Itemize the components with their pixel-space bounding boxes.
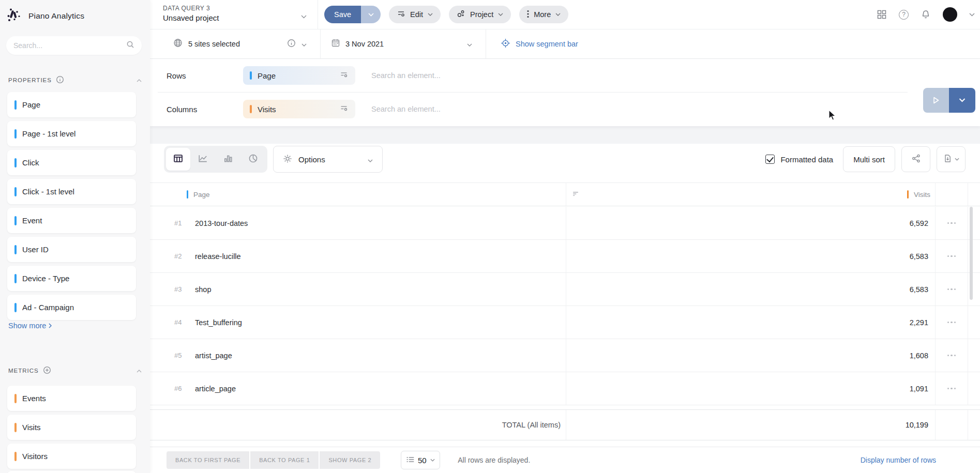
more-button[interactable]: More	[519, 6, 568, 23]
share-icon	[912, 154, 921, 165]
rows-dimension-chip[interactable]: Page	[243, 66, 355, 85]
line-chart-view-tab[interactable]	[191, 148, 216, 171]
sidebar-metric-item[interactable]: Events	[7, 386, 136, 411]
apps-grid-icon[interactable]	[877, 9, 887, 20]
site-selector[interactable]: 5 sites selected	[150, 29, 321, 58]
metrics-section-header: METRICS	[0, 366, 150, 375]
pie-chart-icon	[248, 154, 258, 165]
query-switch-chevron-icon[interactable]	[301, 11, 307, 21]
sort-descending-icon[interactable]	[573, 190, 579, 199]
sidebar-property-item[interactable]: User ID	[7, 237, 136, 262]
row-menu-button[interactable]	[945, 252, 958, 261]
property-color-bar	[14, 216, 17, 225]
sidebar-property-item[interactable]: Page - 1st level	[7, 121, 136, 146]
chip-settings-icon[interactable]	[340, 104, 349, 115]
row-rank: #2	[174, 252, 189, 260]
sidebar-property-item[interactable]: Event	[7, 208, 136, 233]
edit-button[interactable]: Edit	[389, 6, 441, 23]
row-menu-button[interactable]	[945, 219, 958, 227]
account-chevron-icon[interactable]	[969, 13, 975, 17]
row-menu-button[interactable]	[945, 352, 958, 360]
date-selector[interactable]: 3 Nov 2021	[321, 29, 486, 58]
columns-element-search-input[interactable]	[371, 105, 589, 113]
row-page-value: shop	[195, 285, 211, 294]
sidebar-property-item[interactable]: Device - Type	[7, 266, 136, 291]
info-icon[interactable]	[56, 75, 64, 85]
table-row[interactable]: #6 article_page 1,091	[150, 372, 980, 405]
table-row[interactable]: #3 shop 6,583	[150, 273, 980, 306]
chip-settings-icon[interactable]	[340, 70, 349, 81]
page-column-header[interactable]: Page	[193, 191, 210, 199]
sidebar-property-item[interactable]: Click - 1st level	[7, 179, 136, 204]
row-menu-button[interactable]	[945, 318, 958, 327]
columns-metric-chip[interactable]: Visits	[243, 100, 355, 118]
sites-info-icon[interactable]	[287, 39, 296, 50]
options-button[interactable]: Options	[273, 146, 383, 173]
query-title-block[interactable]: DATA QUERY 3 Unsaved project	[150, 0, 318, 29]
sidebar-metric-item[interactable]: Visits	[7, 415, 136, 440]
segment-bar-toggle[interactable]: Show segment bar	[486, 29, 578, 58]
back-to-first-page-button[interactable]: BACK TO FIRST PAGE	[167, 451, 249, 469]
rows-per-page-select[interactable]: 50	[401, 451, 440, 469]
formatted-data-checkbox[interactable]	[765, 155, 775, 164]
date-label: 3 Nov 2021	[345, 40, 384, 48]
collapse-properties-icon[interactable]	[137, 77, 142, 83]
user-avatar[interactable]	[943, 7, 957, 22]
save-split-button[interactable]: Save	[324, 6, 381, 23]
back-to-page-1-button[interactable]: BACK TO PAGE 1	[250, 451, 319, 469]
show-page-2-button[interactable]: SHOW PAGE 2	[320, 451, 380, 469]
display-number-of-rows-link[interactable]: Display number of rows	[861, 456, 936, 464]
add-metric-icon[interactable]	[43, 366, 51, 375]
collapse-metrics-icon[interactable]	[137, 368, 142, 374]
table-row[interactable]: #1 2013-tour-dates 6,592	[150, 207, 980, 240]
export-button[interactable]	[937, 146, 966, 172]
property-label: Page	[22, 100, 40, 109]
metric-label: Events	[22, 394, 46, 403]
total-label: TOTAL (All items)	[150, 410, 566, 440]
metrics-title: METRICS	[8, 368, 39, 374]
rows-element-search-input[interactable]	[371, 71, 589, 80]
line-chart-icon	[198, 154, 208, 165]
row-menu-button[interactable]	[945, 385, 958, 393]
table-scrollbar-thumb[interactable]	[970, 207, 973, 300]
run-query-chevron-icon[interactable]	[949, 88, 975, 113]
row-menu-button[interactable]	[945, 285, 958, 294]
sidebar-property-item[interactable]: Page	[7, 92, 136, 117]
show-more-link[interactable]: Show more	[8, 322, 52, 330]
sidebar-metric-item[interactable]: Visitors	[7, 444, 136, 469]
segment-target-icon	[501, 38, 510, 50]
date-chevron-icon[interactable]	[467, 39, 472, 49]
share-button[interactable]	[901, 146, 930, 172]
query-builder-panel: Rows Page Columns Visits	[150, 59, 980, 126]
table-row[interactable]: #2 release-lucille 6,583	[150, 240, 980, 273]
show-segment-bar-link[interactable]: Show segment bar	[516, 40, 578, 48]
save-button[interactable]: Save	[324, 6, 361, 23]
notifications-bell-icon[interactable]	[921, 9, 931, 20]
sidebar: Piano Analytics PROPERTIES Page	[0, 0, 150, 473]
bar-chart-icon	[223, 154, 233, 165]
visits-column-header[interactable]: Visits	[914, 191, 930, 199]
save-options-chevron-icon[interactable]	[361, 6, 381, 23]
columns-element-search[interactable]	[371, 104, 980, 114]
sites-chevron-icon[interactable]	[301, 39, 307, 49]
project-button[interactable]: Project	[449, 6, 511, 23]
table-view-tab[interactable]	[166, 148, 190, 171]
table-row[interactable]: #5 artist_page 1,608	[150, 339, 980, 372]
metrics-list: Events Visits Visitors	[7, 386, 136, 472]
app-title: Piano Analytics	[28, 11, 84, 21]
sidebar-search[interactable]	[6, 36, 142, 55]
sidebar-property-item[interactable]: Ad - Campaign	[7, 295, 136, 320]
bar-chart-view-tab[interactable]	[216, 148, 240, 171]
help-icon[interactable]: ?	[899, 10, 909, 20]
multi-sort-button[interactable]: Multi sort	[843, 146, 895, 172]
pie-chart-view-tab[interactable]	[242, 148, 266, 171]
property-label: Click	[22, 158, 39, 167]
rows-element-search[interactable]	[371, 71, 980, 80]
run-query-play-icon[interactable]	[923, 88, 949, 113]
sidebar-search-input[interactable]	[13, 41, 126, 50]
pagination-bar: BACK TO FIRST PAGE BACK TO PAGE 1 SHOW P…	[150, 447, 980, 473]
table-row[interactable]: #4 Test_buffering 2,291	[150, 306, 980, 339]
sidebar-property-item[interactable]: Click	[7, 150, 136, 175]
total-row: TOTAL (All items) 10,199	[150, 409, 980, 440]
run-query-split-button[interactable]	[923, 88, 975, 113]
